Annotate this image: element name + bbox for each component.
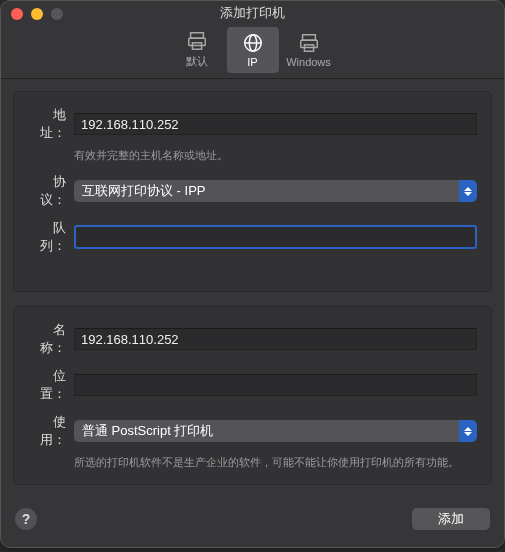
use-value: 普通 PostScript 打印机 <box>82 422 213 440</box>
svg-rect-0 <box>190 33 203 39</box>
use-hint: 所选的打印机软件不是生产企业的软件，可能不能让你使用打印机的所有功能。 <box>74 455 459 470</box>
help-icon: ? <box>22 511 31 527</box>
protocol-label: 协议： <box>28 173 74 209</box>
svg-rect-6 <box>302 34 315 40</box>
location-label: 位置： <box>28 367 74 403</box>
info-panel: 名称： 位置： 使用： 普通 PostScript 打印机 所选的打印机软件不是… <box>13 306 492 485</box>
connection-panel: 地址： 有效并完整的主机名称或地址。 协议： 互联网打印协议 - IPP 队列： <box>13 91 492 292</box>
minimize-window-button[interactable] <box>31 8 43 20</box>
name-label: 名称： <box>28 321 74 357</box>
svg-rect-1 <box>188 38 205 45</box>
tab-windows-label: Windows <box>286 56 331 68</box>
use-select[interactable]: 普通 PostScript 打印机 <box>74 420 477 442</box>
windows-printer-icon <box>298 32 320 54</box>
address-input[interactable] <box>74 113 477 135</box>
close-window-button[interactable] <box>11 8 23 20</box>
chevron-up-down-icon <box>459 180 477 202</box>
tab-default-label: 默认 <box>186 54 208 69</box>
footer: ? 添加 <box>1 497 504 547</box>
help-button[interactable]: ? <box>15 508 37 530</box>
protocol-select[interactable]: 互联网打印协议 - IPP <box>74 180 477 202</box>
content: 地址： 有效并完整的主机名称或地址。 协议： 互联网打印协议 - IPP 队列：… <box>1 79 504 497</box>
toolbar: 默认 IP Windows <box>1 25 504 79</box>
location-input[interactable] <box>74 374 477 396</box>
printer-icon <box>186 30 208 52</box>
tab-ip-label: IP <box>247 56 257 68</box>
address-hint: 有效并完整的主机名称或地址。 <box>74 148 228 163</box>
globe-icon <box>242 32 264 54</box>
name-input[interactable] <box>74 328 477 350</box>
add-button[interactable]: 添加 <box>412 508 490 530</box>
window-title: 添加打印机 <box>9 4 496 22</box>
tab-ip[interactable]: IP <box>227 27 279 73</box>
titlebar: 添加打印机 <box>1 1 504 25</box>
use-label: 使用： <box>28 413 74 449</box>
queue-input[interactable] <box>74 225 477 249</box>
queue-label: 队列： <box>28 219 74 255</box>
add-printer-window: 添加打印机 默认 IP Windows <box>0 0 505 548</box>
add-button-label: 添加 <box>438 510 464 528</box>
tab-default[interactable]: 默认 <box>171 27 223 73</box>
tab-windows[interactable]: Windows <box>283 27 335 73</box>
protocol-value: 互联网打印协议 - IPP <box>82 182 206 200</box>
traffic-lights <box>11 8 63 20</box>
chevron-up-down-icon <box>459 420 477 442</box>
address-label: 地址： <box>28 106 74 142</box>
fullscreen-window-button <box>51 8 63 20</box>
svg-rect-7 <box>300 40 317 47</box>
